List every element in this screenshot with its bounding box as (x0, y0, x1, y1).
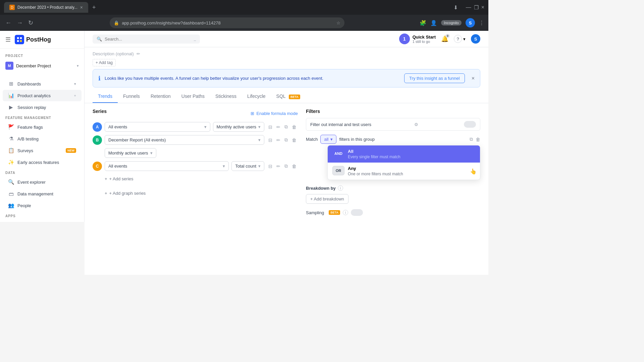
match-select[interactable]: all ▾ (320, 135, 336, 144)
dropdown-any-desc: One or more filters must match (348, 172, 403, 176)
tab-funnels[interactable]: Funnels (118, 90, 145, 103)
filters-panel: Filters Filter out internal and test use… (306, 109, 480, 216)
sidebar-item-people[interactable]: 👥 People (3, 200, 82, 211)
try-funnel-btn[interactable]: Try this insight as a funnel (404, 73, 465, 83)
series-c-filter-btn[interactable]: ⊟ (267, 162, 274, 170)
series-b-filter-btn[interactable]: ⊟ (267, 136, 274, 144)
series-row-a-actions: ⊟ ✏ ⧉ 🗑 (267, 123, 298, 131)
add-graph-section: + + Add graph series (105, 186, 298, 198)
sampling-toggle[interactable] (351, 209, 363, 216)
add-graph-btn[interactable]: + + Add graph series (105, 189, 146, 198)
tab-stickiness[interactable]: Stickiness (210, 90, 242, 103)
back-btn[interactable]: ← (4, 18, 13, 28)
search-shortcut: _ (194, 37, 196, 41)
project-chevron: ▾ (77, 64, 79, 68)
sidebar-item-feature-flags[interactable]: 🚩 Feature flags (3, 121, 82, 133)
product-analytics-label: Product analytics (17, 93, 71, 98)
help-btn[interactable]: ? ▾ (454, 35, 466, 43)
series-b-edit-btn[interactable]: ✏ (275, 136, 282, 144)
add-series-btn[interactable]: + + Add series (105, 174, 133, 183)
maximize-btn[interactable]: ❐ (474, 4, 479, 11)
event-select-b-value: December Report (All events) (108, 137, 166, 142)
group-delete-btn[interactable]: 🗑 (476, 137, 480, 142)
sidebar-item-session-replay[interactable]: ▶ Session replay (3, 102, 82, 113)
sidebar-item-early-access[interactable]: ✨ Early access features (3, 157, 82, 168)
dropdown-any-title: Any (348, 166, 403, 171)
profile-circle[interactable]: S (466, 18, 475, 27)
tab-retention[interactable]: Retention (145, 90, 176, 103)
description-edit-icon[interactable]: ✏ (137, 51, 140, 56)
data-management-label: Data management (17, 191, 76, 196)
metric-select-a[interactable]: Monthly active users ▾ (213, 122, 265, 132)
project-name: December Project (16, 63, 74, 68)
dropdown-item-all[interactable]: AND All Every single filter must match (328, 145, 480, 163)
dropdown-item-any[interactable]: OR Any One or more filters must match 👆 (328, 163, 480, 180)
product-analytics-add[interactable]: + (74, 94, 76, 98)
event-select-a[interactable]: All events ▾ (105, 122, 210, 132)
chrome-menu-icon[interactable]: ⋮ (479, 20, 484, 26)
project-row[interactable]: M December Project ▾ (0, 59, 84, 72)
series-b-copy-btn[interactable]: ⧉ (283, 136, 289, 144)
close-btn[interactable]: × (481, 4, 484, 11)
filter-settings-icon[interactable]: ⚙ (414, 122, 418, 127)
refresh-btn[interactable]: ↻ (27, 18, 35, 28)
metric-select-b-chevron: ▾ (150, 150, 153, 156)
event-select-b[interactable]: December Report (All events) ▾ (105, 135, 264, 145)
search-box[interactable]: 🔍 _ (93, 35, 200, 44)
profile-icon[interactable]: 👤 (430, 20, 437, 26)
user-avatar[interactable]: S (471, 34, 480, 44)
forward-btn[interactable]: → (15, 18, 24, 28)
series-c-edit-btn[interactable]: ✏ (275, 162, 282, 170)
address-bar-icons: ☆ (336, 20, 340, 25)
event-select-c[interactable]: All events ▾ (105, 161, 229, 171)
extensions-icon[interactable]: 🧩 (420, 20, 426, 26)
filter-internal-toggle[interactable] (464, 121, 476, 128)
minimize-btn[interactable]: — (466, 4, 471, 11)
add-tag-btn[interactable]: + Add tag (93, 59, 116, 66)
metric-select-b[interactable]: Monthly active users ▾ (105, 148, 156, 158)
series-a-copy-btn[interactable]: ⧉ (283, 123, 289, 131)
bookmark-icon[interactable]: ☆ (336, 20, 340, 25)
address-bar[interactable]: 🔒 app.posthog.com/insights/new?dashboard… (110, 17, 344, 28)
notifications-btn[interactable]: 🔔 0 (441, 35, 448, 43)
insight-header: Description (optional) ✏ + Add tag (85, 47, 488, 66)
metric-select-c[interactable]: Total count ▾ (231, 161, 264, 171)
tab-user-paths[interactable]: User Paths (176, 90, 210, 103)
metric-select-a-chevron: ▾ (258, 124, 261, 129)
series-header: Series ⊞ Enable formula mode (93, 109, 298, 118)
content-area: Description (optional) ✏ + Add tag ℹ Loo… (85, 47, 488, 275)
sidebar-item-product-analytics[interactable]: 📊 Product analytics + (3, 90, 82, 101)
project-section-label: PROJECT (0, 51, 84, 59)
sidebar-item-data-management[interactable]: 🗃 Data management (3, 188, 82, 199)
browser-tab[interactable]: D December 2023 • Product analy... × (4, 2, 88, 13)
sidebar-item-surveys[interactable]: 📋 Surveys NEW (3, 145, 82, 156)
series-c-copy-btn[interactable]: ⧉ (283, 162, 289, 170)
series-a-delete-btn[interactable]: 🗑 (290, 123, 298, 131)
sidebar-item-ab-testing[interactable]: ⚗ A/B testing (3, 133, 82, 144)
browser-chrome: D December 2023 • Product analy... × + ⬇… (0, 0, 488, 15)
match-row: Match all ▾ filters in this group ⧉ 🗑 (306, 135, 480, 144)
downloads-icon[interactable]: ⬇ (453, 4, 458, 11)
tab-title: December 2023 • Product analy... (17, 5, 77, 10)
series-a-edit-btn[interactable]: ✏ (275, 123, 282, 131)
tab-lifecycle[interactable]: Lifecycle (242, 90, 271, 103)
formula-mode-btn[interactable]: ⊞ Enable formula mode (251, 111, 298, 116)
search-input[interactable] (105, 37, 191, 42)
sidebar-item-dashboards[interactable]: ⊞ Dashboards ▾ (3, 78, 82, 89)
breakdown-info-btn[interactable]: i (338, 185, 343, 191)
hamburger-menu[interactable]: ☰ (5, 36, 11, 43)
series-b-delete-btn[interactable]: 🗑 (290, 136, 298, 144)
tab-trends[interactable]: Trends (93, 90, 118, 103)
sampling-info-btn[interactable]: i (343, 210, 348, 215)
series-a-filter-btn[interactable]: ⊟ (267, 123, 274, 131)
quick-start-btn[interactable]: 1 Quick Start 1 still to go (399, 34, 436, 44)
sidebar-item-event-explorer[interactable]: 🔍 Event explorer (3, 176, 82, 188)
add-breakdown-btn[interactable]: + Add breakdown (306, 194, 348, 204)
group-copy-btn[interactable]: ⧉ (470, 136, 473, 142)
tab-close-btn[interactable]: × (80, 5, 83, 10)
new-tab-btn[interactable]: + (92, 4, 96, 11)
tab-sql[interactable]: SQL BETA (271, 90, 306, 103)
dropdown-all-text: All Every single filter must match (348, 149, 400, 159)
banner-close-btn[interactable]: × (472, 75, 475, 81)
series-c-delete-btn[interactable]: 🗑 (290, 162, 298, 170)
